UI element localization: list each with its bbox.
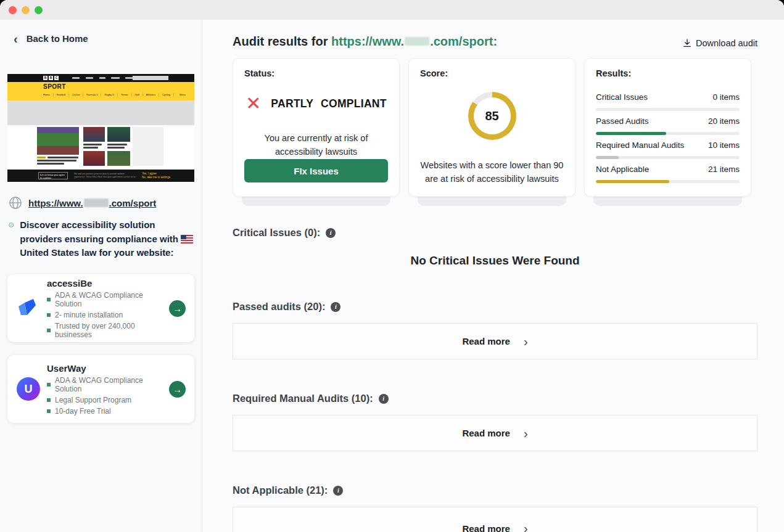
read-more-required-manual-audits[interactable]: Read more › (233, 415, 757, 451)
provider-name: UserWay (47, 363, 169, 374)
globe-icon (9, 196, 22, 210)
info-icon[interactable]: i (331, 302, 340, 312)
results-card-label: Results: (596, 68, 740, 78)
bbc-logo: BBC (43, 76, 59, 80)
redacted-domain (84, 198, 109, 207)
chevron-right-icon: › (524, 337, 528, 346)
page-title: Audit results for https://www..com/sport… (233, 35, 497, 49)
thumbnail-search-box (133, 76, 168, 80)
thumbnail-cookie-banner: Let us know you agree to cookies We and … (7, 170, 194, 182)
read-more-not-applicable[interactable]: Read more › (233, 507, 757, 532)
thumbnail-cookie-links: Yes, I agree No, take me to settings (142, 172, 170, 179)
download-icon (682, 38, 692, 48)
compliance-status-value: PARTLY COMPLIANT (271, 97, 386, 110)
back-to-home-button[interactable]: ‹ Back to Home (0, 20, 202, 44)
chevron-left-icon: ‹ (14, 34, 18, 44)
progress-bar (596, 180, 740, 183)
score-value: 85 (485, 109, 498, 123)
result-row-not-applicable: Not Applicable21 items (596, 159, 740, 183)
score-donut-chart: 85 (468, 92, 516, 140)
score-description: Websites with a score lower than 90 are … (420, 158, 564, 186)
fix-issues-button[interactable]: FIx Issues (244, 159, 388, 182)
bullet-square (47, 409, 51, 413)
thumbnail-header-bar: BBC (7, 74, 194, 82)
us-flag-icon (181, 235, 193, 243)
section-title-passed-audits: Passed audits (20): (233, 301, 325, 313)
provider-go-button[interactable]: → (169, 300, 186, 317)
results-card: Results: Critical Issues0 items Passed A… (584, 58, 751, 197)
audited-site-link-row: https://www..com/sport (9, 196, 156, 210)
info-icon[interactable]: i (379, 394, 389, 404)
window-titlebar (0, 0, 784, 20)
sidebar: ‹ Back to Home BBC SPORT HomeFootballCri… (0, 20, 202, 532)
status-description: You are currently at risk of accessibili… (244, 131, 388, 159)
promo-text: Discover accessibility solution provider… (20, 218, 195, 260)
x-mark-icon: ✕ (246, 94, 261, 113)
no-critical-issues-message: No Critical Issues Were Found (233, 254, 757, 268)
chevron-right-icon: › (524, 429, 528, 438)
chevron-right-icon: › (524, 524, 528, 532)
close-window-button[interactable] (9, 6, 17, 14)
info-icon[interactable]: i (333, 486, 343, 496)
status-card-label: Status: (244, 68, 388, 78)
providers-promo: Discover accessibility solution provider… (9, 218, 195, 260)
back-to-home-label: Back to Home (27, 33, 88, 44)
bullet-square (47, 329, 51, 332)
audited-site-link[interactable]: https://www..com/sport (28, 198, 156, 208)
section-title-not-applicable: Not Applicable (21): (233, 485, 328, 496)
bullet-square (47, 383, 51, 387)
result-row-critical-issues: Critical Issues0 items (596, 87, 740, 111)
app-window: ‹ Back to Home BBC SPORT HomeFootballCri… (0, 0, 784, 532)
check-circle-icon (9, 218, 14, 232)
window-controls (9, 6, 43, 14)
accessibe-logo (16, 299, 41, 317)
section-title-required-manual-audits: Required Manual Audits (10): (233, 393, 373, 404)
minimize-window-button[interactable] (22, 6, 30, 14)
download-audit-button[interactable]: Download audit (682, 38, 757, 48)
thumbnail-cookie-prompt: Let us know you agree to cookies (38, 172, 68, 179)
section-title-critical-issues: Critical Issues (0): (233, 227, 320, 239)
thumbnail-menu-label: Menu (179, 93, 186, 96)
thumbnail-articles (7, 125, 194, 170)
provider-go-button[interactable]: → (169, 381, 186, 398)
read-more-passed-audits[interactable]: Read more › (233, 323, 757, 359)
provider-card-userway[interactable]: U UserWay ADA & WCAG Compliance Solution… (7, 355, 194, 423)
provider-name: accessiBe (47, 278, 169, 289)
score-card-label: Score: (420, 68, 564, 78)
result-row-required-manual-audits: Required Manual Audits10 items (596, 135, 740, 159)
result-row-passed-audits: Passed Audits20 items (596, 111, 740, 135)
thumbnail-hero-band (7, 100, 194, 125)
info-icon[interactable]: i (326, 228, 336, 238)
bullet-square (47, 313, 51, 317)
bullet-square (47, 298, 51, 301)
bullet-square (47, 398, 51, 402)
userway-logo: U (16, 377, 41, 401)
zoom-window-button[interactable] (35, 6, 43, 14)
redacted-domain (405, 37, 429, 46)
score-card: Score: 85 Websites with a score lower th… (408, 58, 576, 197)
thumbnail-sport-banner: SPORT HomeFootballCricketFormula 1Rugby … (7, 82, 194, 100)
status-card: Status: ✕ PARTLY COMPLIANT You are curre… (233, 58, 400, 197)
provider-card-accessibe[interactable]: accessiBe ADA & WCAG Compliance Solution… (7, 274, 194, 342)
thumbnail-nav: HomeFootballCricketFormula 1Rugby UTenni… (43, 93, 174, 97)
audited-url-text: https://www..com/sport: (331, 35, 497, 48)
main-content: Audit results for https://www..com/sport… (203, 20, 784, 532)
website-thumbnail: BBC SPORT HomeFootballCricketFormula 1Ru… (7, 74, 194, 182)
thumbnail-sport-title: SPORT (43, 83, 66, 90)
